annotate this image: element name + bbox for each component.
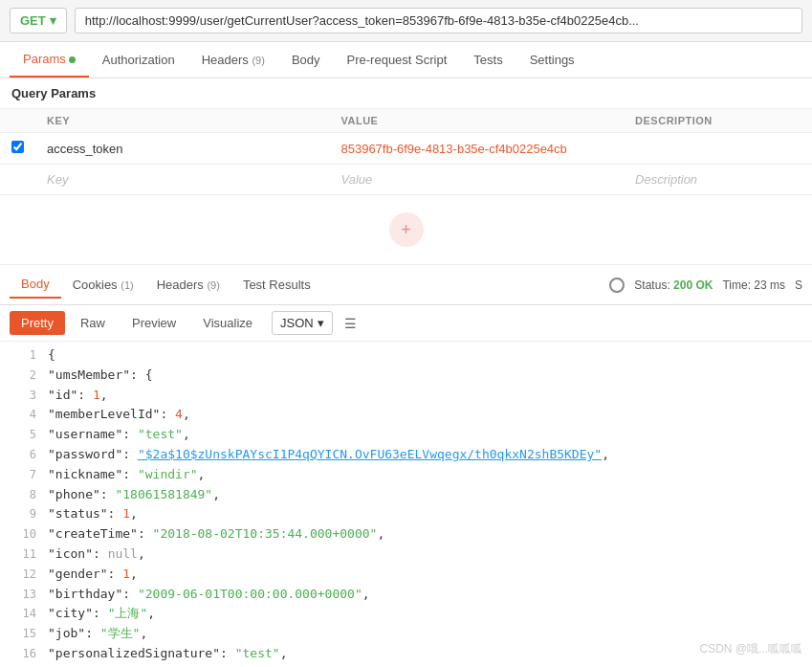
placeholder-value[interactable]: Value	[329, 165, 624, 195]
line-content: "personalizedSignature": "test",	[48, 644, 287, 664]
param-value: 853967fb-6f9e-4813-b35e-cf4b0225e4cb	[340, 142, 566, 156]
json-line: 2 "umsMember": {	[0, 366, 812, 386]
line-content: "status": 1,	[48, 504, 138, 524]
tab-authorization[interactable]: Authorization	[89, 43, 188, 77]
line-number: 14	[6, 605, 36, 623]
line-content: "password": "$2a$10$zUnskPAYscI1P4qQYICN…	[48, 445, 609, 465]
resp-tab-test-results[interactable]: Test Results	[231, 272, 322, 298]
line-content: "phone": "18061581849",	[48, 485, 220, 505]
line-number: 12	[6, 566, 36, 584]
row-key-cell: access_token	[35, 133, 329, 165]
line-number: 4	[6, 406, 36, 424]
placeholder-key[interactable]: Key	[35, 165, 329, 195]
line-number: 6	[6, 446, 36, 464]
json-key: "job":	[48, 626, 100, 640]
json-key: "status":	[48, 506, 122, 521]
line-content: "job": "学生",	[48, 624, 147, 644]
key-value: access_token	[47, 142, 123, 156]
json-punct: ,	[130, 506, 138, 521]
method-select[interactable]: GET ▾	[10, 8, 67, 33]
json-number: 1	[93, 388, 100, 402]
add-icon[interactable]: +	[389, 212, 424, 247]
json-number: 1	[122, 506, 130, 521]
line-content: "nickname": "windir",	[48, 465, 205, 485]
line-content: "icon": null,	[48, 545, 145, 565]
json-key: "memberLevelId":	[48, 407, 175, 421]
tab-headers[interactable]: Headers (9)	[188, 43, 278, 77]
format-tabs-row: Pretty Raw Preview Visualize JSON ▾ ☰	[0, 305, 812, 342]
json-line: 1{	[0, 345, 812, 366]
json-string: "test"	[235, 646, 280, 660]
json-key: "nickname":	[48, 467, 138, 481]
fmt-tab-raw[interactable]: Raw	[69, 311, 117, 335]
tab-settings[interactable]: Settings	[516, 43, 588, 77]
json-line: 9 "status": 1,	[0, 504, 812, 524]
fmt-tab-pretty[interactable]: Pretty	[10, 311, 65, 335]
row-checkbox[interactable]	[11, 141, 24, 153]
row-checkbox-cell[interactable]	[0, 133, 35, 165]
time-label: Time: 23 ms	[722, 278, 785, 292]
json-punct: ,	[362, 587, 370, 601]
line-number: 13	[6, 586, 36, 604]
tab-prerequest[interactable]: Pre-request Script	[334, 43, 461, 77]
json-line: 7 "nickname": "windir",	[0, 465, 812, 485]
json-key: "city":	[48, 606, 108, 620]
status-ok: 200 OK	[673, 278, 713, 292]
json-punct: ,	[140, 626, 147, 640]
json-punct: ,	[212, 487, 220, 501]
fmt-tab-preview[interactable]: Preview	[121, 311, 187, 335]
resp-tab-body[interactable]: Body	[10, 271, 61, 299]
center-icon-area: +	[0, 195, 812, 265]
tab-tests[interactable]: Tests	[460, 43, 516, 77]
resp-tab-headers[interactable]: Headers (9)	[145, 272, 231, 298]
request-tabs: Params Authorization Headers (9) Body Pr…	[0, 42, 812, 78]
json-number: 1	[122, 567, 130, 581]
json-string-link: "$2a$10$zUnskPAYscI1P4qQYICN.OvFU63eELVw…	[138, 447, 602, 461]
json-punct: ,	[138, 546, 145, 561]
json-line: 11 "icon": null,	[0, 545, 812, 565]
json-key: "gender":	[48, 567, 122, 581]
json-punct: ,	[198, 467, 206, 481]
line-content: "username": "test",	[48, 425, 190, 445]
url-input[interactable]	[75, 8, 802, 33]
col-key-header: KEY	[35, 109, 329, 133]
fmt-tab-visualize[interactable]: Visualize	[191, 311, 264, 335]
json-line: 10 "createTime": "2018-08-02T10:35:44.00…	[0, 524, 812, 545]
json-string: "windir"	[138, 467, 198, 481]
tab-params[interactable]: Params	[10, 42, 89, 78]
line-number: 5	[6, 426, 36, 444]
line-number: 1	[6, 346, 36, 365]
resp-tab-cookies[interactable]: Cookies (1)	[61, 272, 145, 298]
line-number: 7	[6, 466, 36, 484]
json-line: 13 "birthday": "2009-06-01T00:00:00.000+…	[0, 585, 812, 605]
json-key: "password":	[48, 447, 138, 461]
json-select-chevron: ▾	[318, 316, 324, 330]
params-table: KEY VALUE DESCRIPTION access_token 85396…	[0, 108, 812, 195]
json-key: "personalizedSignature":	[48, 646, 235, 660]
json-string: "test"	[138, 427, 183, 441]
line-content: "city": "上海",	[48, 604, 155, 624]
line-content: "gender": 1,	[48, 565, 138, 585]
method-label: GET	[20, 13, 46, 28]
json-line: 15 "job": "学生",	[0, 624, 812, 644]
line-number: 11	[6, 545, 36, 564]
json-key: "umsMember": {	[48, 367, 153, 382]
response-tabs-row: Body Cookies (1) Headers (9) Test Result…	[0, 265, 812, 305]
json-key: "icon":	[48, 546, 108, 561]
json-format-select[interactable]: JSON ▾	[272, 311, 333, 335]
json-view: 1{2 "umsMember": {3 "id": 1,4 "memberLev…	[0, 342, 812, 667]
json-line: 16 "personalizedSignature": "test",	[0, 644, 812, 664]
json-line: 3 "id": 1,	[0, 386, 812, 406]
headers-badge: (9)	[252, 55, 264, 66]
method-chevron: ▾	[50, 13, 56, 28]
json-line: 5 "username": "test",	[0, 425, 812, 445]
params-dot	[69, 56, 76, 63]
url-bar: GET ▾	[0, 0, 812, 42]
watermark: CSDN @哦...呱呱呱	[699, 641, 802, 657]
json-string: "2009-06-01T00:00:00.000+0000"	[138, 587, 362, 601]
line-number: 9	[6, 505, 36, 523]
col-checkbox-header	[0, 109, 35, 133]
tab-body[interactable]: Body	[278, 43, 334, 77]
json-punct: ,	[602, 447, 609, 461]
filter-icon[interactable]: ☰	[344, 316, 357, 331]
